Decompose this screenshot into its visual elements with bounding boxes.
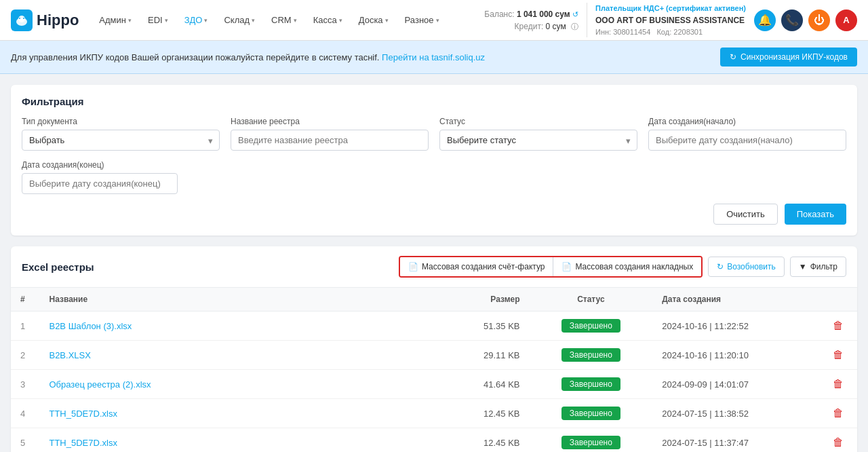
file-link[interactable]: B2B.XLSX (49, 350, 90, 360)
nav-item-kassa[interactable]: Касса ▾ (307, 11, 349, 29)
nav-item-admin[interactable]: Админ ▾ (92, 11, 138, 29)
chevron-down-icon: ▾ (165, 17, 168, 24)
refresh-icon: ↻ (717, 262, 724, 271)
tasnif-link[interactable]: Перейти на tasnif.soliq.uz (382, 52, 485, 62)
filter-button[interactable]: ▼ Фильтр (790, 257, 846, 277)
delete-button[interactable]: 🗑 (829, 377, 848, 392)
registry-name-label: Название реестра (231, 117, 429, 126)
col-action (819, 288, 857, 312)
nav-item-raznoe[interactable]: Разное ▾ (398, 11, 446, 29)
refresh-button[interactable]: ↻ Возобновить (708, 257, 785, 277)
status-badge: Завершено (561, 377, 620, 391)
date-end-label: Дата создания(конец) (22, 160, 178, 170)
row-status: Завершено (530, 428, 653, 453)
nav-menu: Админ ▾ EDI ▾ ЗДО ▾ Склад ▾ CRM ▾ Касса … (92, 11, 476, 29)
delete-button[interactable]: 🗑 (829, 406, 848, 421)
nav-item-doska[interactable]: Доска ▾ (352, 11, 395, 29)
company-meta: Инн: 308011454 Код: 2208301 (595, 26, 746, 38)
table-row: 4 TTH_5DE7D.xlsx 12.45 KB Завершено 2024… (11, 399, 857, 428)
date-start-field: Дата создания(начало) (648, 117, 846, 151)
chevron-down-icon: ▾ (385, 17, 389, 24)
filter-row-2: Дата создания(конец) (22, 160, 846, 194)
logo-text: Hippo (37, 12, 79, 29)
col-date: Дата создания (652, 288, 819, 312)
delete-button[interactable]: 🗑 (829, 435, 848, 450)
row-action: 🗑 (819, 428, 857, 453)
nav-item-crm[interactable]: CRM ▾ (264, 11, 304, 29)
file-link[interactable]: TTH_5DE7D.xlsx (49, 409, 117, 419)
status-select-wrap: Выберите статус (439, 130, 637, 151)
filter-row-1: Тип документа Выбрать Название реестра С… (22, 117, 846, 151)
status-select[interactable]: Выберите статус (439, 130, 637, 151)
table-row: 2 B2B.XLSX 29.11 KB Завершено 2024-10-16… (11, 341, 857, 370)
nav-item-edi[interactable]: EDI ▾ (141, 11, 175, 29)
row-num: 3 (11, 370, 39, 399)
file-link[interactable]: B2B Шаблон (3).xlsx (49, 321, 132, 331)
file-link[interactable]: TTH_5DE7D.xlsx (49, 438, 117, 448)
refresh-icon[interactable]: ↺ (572, 10, 578, 18)
company-block: Плательщик НДС+ (сертификат активен) ООО… (587, 3, 746, 37)
row-action: 🗑 (819, 341, 857, 370)
nav-item-zdo[interactable]: ЗДО ▾ (178, 11, 215, 29)
file-icon: 📄 (408, 262, 418, 271)
power-button[interactable]: ⏻ (808, 10, 830, 31)
header-icons: 🔔 📞 ⏻ A (754, 10, 857, 31)
nav-item-sklad[interactable]: Склад ▾ (217, 11, 262, 29)
status-badge: Завершено (561, 407, 620, 420)
status-label: Статус (439, 117, 637, 126)
table-row: 3 Образец реестра (2).xlsx 41.64 KB Заве… (11, 370, 857, 399)
row-size: 41.64 KB (442, 370, 530, 399)
status-badge: Завершено (561, 319, 620, 333)
chevron-down-icon: ▾ (294, 17, 297, 24)
svg-point-1 (18, 16, 25, 22)
row-num: 4 (11, 399, 39, 428)
info-bar: Для управления ИКПУ кодов Вашей организа… (0, 41, 868, 74)
row-name: TTH_5DE7D.xlsx (39, 428, 441, 453)
delete-button[interactable]: 🗑 (829, 318, 848, 333)
row-num: 5 (11, 428, 39, 453)
col-status: Статус (530, 288, 653, 312)
row-date: 2024-07-15 | 11:38:52 (652, 399, 819, 428)
header-right: Баланс: 1 041 000 сум ↺ Кредит: 0 сум ⓘ … (484, 3, 857, 37)
sync-button[interactable]: ↻ Синхронизация ИКПУ-кодов (720, 48, 857, 67)
registry-name-input[interactable] (231, 130, 429, 151)
notification-button[interactable]: 🔔 (754, 10, 776, 31)
row-size: 29.11 KB (442, 341, 530, 370)
table-body: 1 B2B Шаблон (3).xlsx 51.35 KB Завершено… (11, 312, 857, 453)
chevron-down-icon: ▾ (252, 17, 255, 24)
logo-icon (11, 10, 33, 31)
show-button[interactable]: Показать (785, 204, 846, 225)
balance-value: 1 041 000 сум (517, 10, 570, 19)
info-text: Для управления ИКПУ кодов Вашей организа… (11, 52, 485, 62)
chevron-down-icon: ▾ (204, 17, 208, 24)
mass-waybills-button[interactable]: 📄 Массовая создания накладных (553, 257, 701, 276)
chevron-down-icon: ▾ (339, 17, 342, 24)
date-start-input[interactable] (648, 130, 846, 151)
phone-button[interactable]: 📞 (781, 10, 803, 31)
avatar-button[interactable]: A (835, 10, 857, 31)
row-name: B2B.XLSX (39, 341, 441, 370)
row-status: Завершено (530, 370, 653, 399)
row-action: 🗑 (819, 312, 857, 341)
clear-button[interactable]: Очистить (713, 204, 778, 225)
date-end-input[interactable] (22, 173, 178, 194)
doc-type-select[interactable]: Выбрать (22, 130, 220, 151)
row-size: 12.45 KB (442, 428, 530, 453)
date-end-field: Дата создания(конец) (22, 160, 178, 194)
row-name: TTH_5DE7D.xlsx (39, 399, 441, 428)
row-size: 12.45 KB (442, 399, 530, 428)
col-size: Размер (442, 288, 530, 312)
company-name: ООО ART OF BUSINESS ASSISTANCE (595, 14, 746, 26)
file-link[interactable]: Образец реестра (2).xlsx (49, 379, 151, 390)
row-name: Образец реестра (2).xlsx (39, 370, 441, 399)
data-table: # Название Размер Статус Дата создания 1… (11, 288, 857, 452)
col-name: Название (39, 288, 441, 312)
row-date: 2024-10-16 | 11:20:10 (652, 341, 819, 370)
file-icon: 📄 (561, 262, 572, 271)
delete-button[interactable]: 🗑 (829, 347, 848, 362)
filter-title: Фильтрация (22, 96, 846, 107)
doc-type-field: Тип документа Выбрать (22, 117, 220, 151)
row-date: 2024-10-16 | 11:22:52 (652, 312, 819, 341)
status-field: Статус Выберите статус (439, 117, 637, 151)
mass-invoices-button[interactable]: 📄 Массовая создания счёт-фактур (400, 257, 554, 276)
